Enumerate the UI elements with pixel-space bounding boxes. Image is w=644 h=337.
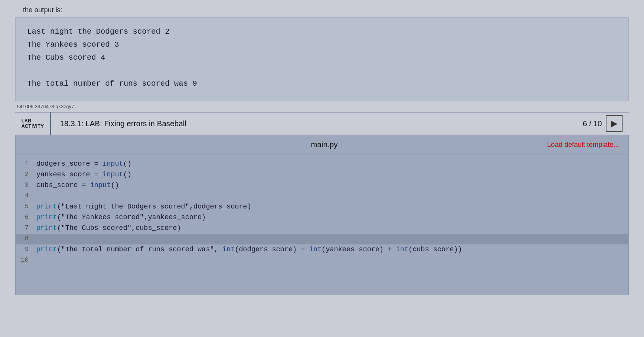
editor-header: main.py Load default template... [16, 135, 628, 155]
line-content-6: print("The Yankees scored",yankees_score… [35, 212, 628, 223]
code-line-6: 6 print("The Yankees scored",yankees_sco… [16, 212, 628, 223]
progress-box[interactable]: ▶ [606, 115, 623, 132]
line-number-5: 5 [16, 202, 35, 212]
line-number-4: 4 [16, 191, 35, 201]
output-line-4: The total number of runs scored was 9 [27, 77, 617, 90]
line-number-2: 2 [16, 169, 35, 179]
lab-activity-left: LAB ACTIVITY [15, 112, 51, 135]
lab-label: LAB [21, 118, 44, 124]
code-line-7: 7 print("The Cubs scored",cubs_score) [16, 223, 628, 234]
line-content-3: cubs_score = input() [35, 180, 628, 191]
line-number-1: 1 [16, 159, 35, 169]
output-label: the output is: [0, 0, 644, 17]
output-box: Last night the Dodgers scored 2 The Yank… [15, 17, 629, 101]
page-wrapper: the output is: Last night the Dodgers sc… [0, 0, 644, 337]
code-line-3: 3 cubs_score = input() [16, 180, 628, 191]
line-number-3: 3 [16, 180, 35, 190]
code-line-1: 1 dodgers_score = input() [16, 159, 628, 169]
lab-activity-bar: LAB ACTIVITY 18.3.1: LAB: Fixing errors … [15, 112, 629, 135]
output-line-3: The Cubs scored 4 [27, 51, 617, 64]
line-number-6: 6 [16, 212, 35, 222]
activity-label: ACTIVITY [21, 124, 44, 129]
line-number-10: 10 [16, 255, 35, 265]
line-number-8: 8 [16, 234, 35, 244]
line-content-9: print("The total number of runs scored w… [35, 244, 628, 255]
line-number-9: 9 [16, 244, 35, 254]
output-line-1: Last night the Dodgers scored 2 [27, 25, 617, 38]
session-id: 541006.3976478.qx3zqy7 [0, 101, 644, 112]
code-area[interactable]: 1 dodgers_score = input() 2 yankees_scor… [16, 155, 628, 270]
line-number-7: 7 [16, 223, 35, 233]
load-default-link[interactable]: Load default template... [547, 141, 619, 149]
editor-filename: main.py [101, 140, 547, 149]
code-line-2: 2 yankees_score = input() [16, 169, 628, 180]
line-content-2: yankees_score = input() [35, 169, 628, 180]
line-content-1: dodgers_score = input() [35, 159, 628, 169]
code-line-4: 4 [16, 191, 628, 202]
output-blank-line [27, 64, 617, 77]
line-content-7: print("The Cubs scored",cubs_score) [35, 223, 628, 234]
output-line-2: The Yankees scored 3 [27, 38, 617, 51]
code-line-10: 10 [16, 255, 628, 266]
progress-arrow-icon: ▶ [611, 119, 618, 129]
code-line-9: 9 print("The total number of runs scored… [16, 244, 628, 255]
progress-text: 6 / 10 [583, 119, 602, 128]
code-line-8: 8 [16, 234, 628, 244]
line-content-5: print("Last night the Dodgers scored",do… [35, 202, 628, 212]
code-line-5: 5 print("Last night the Dodgers scored",… [16, 202, 628, 212]
lab-activity-title: 18.3.1: LAB: Fixing errors in Baseball [51, 112, 577, 135]
lab-activity-progress: 6 / 10 ▶ [577, 112, 629, 135]
editor-area: main.py Load default template... 1 dodge… [15, 135, 629, 295]
